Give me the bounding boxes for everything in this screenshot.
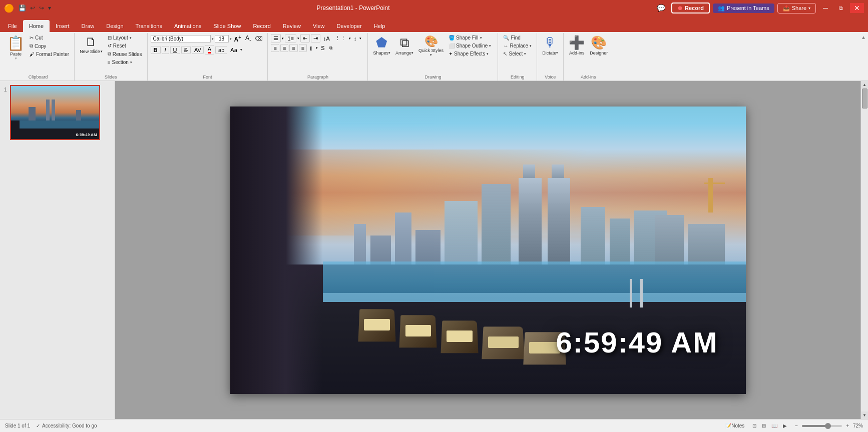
convert-dropdown-icon[interactable]: ▾ <box>349 36 351 40</box>
font-name-dropdown-icon[interactable]: ▾ <box>212 37 214 41</box>
increase-font-size-button[interactable]: A+ <box>233 34 243 44</box>
record-button[interactable]: ⏺ Record <box>671 2 710 14</box>
slide-canvas[interactable]: 6:59:49 AM <box>230 106 746 394</box>
tab-transitions[interactable]: Transitions <box>130 20 168 32</box>
cut-button[interactable]: ✂ Cut <box>28 34 71 42</box>
bullets-button[interactable]: ☰ <box>271 34 281 42</box>
reset-button[interactable]: ↺ Reset <box>106 42 144 50</box>
present-teams-button[interactable]: 👥 Present in Teams <box>713 4 774 13</box>
tab-view[interactable]: View <box>307 20 331 32</box>
copy-button[interactable]: ⧉ Copy <box>28 42 71 50</box>
columns-dropdown-icon[interactable]: ▾ <box>316 46 318 50</box>
justify-button[interactable]: ≡ <box>299 44 307 52</box>
shape-fill-button[interactable]: 🪣 Shape Fill ▾ <box>447 34 493 42</box>
paste-button[interactable]: 📋 Paste ▾ <box>5 34 27 62</box>
zoom-thumb[interactable] <box>825 423 831 429</box>
tab-home[interactable]: Home <box>23 20 50 32</box>
line-spacing-dropdown-icon[interactable]: ▾ <box>359 36 361 40</box>
font-color-button[interactable]: A <box>205 45 214 54</box>
shape-outline-button[interactable]: ⬜ Shape Outline ▾ <box>447 42 493 50</box>
tab-design[interactable]: Design <box>100 20 129 32</box>
align-right-button[interactable]: ≡ <box>289 44 297 52</box>
replace-button[interactable]: ↔ Replace ▾ <box>501 42 534 50</box>
cut-icon: ✂ <box>30 35 34 40</box>
tab-slideshow[interactable]: Slide Show <box>207 20 247 32</box>
align-center-button[interactable]: ≡ <box>280 44 288 52</box>
shapes-button[interactable]: ⬟ Shapes ▾ <box>371 34 392 56</box>
save-qat-button[interactable]: 💾 <box>17 4 28 12</box>
underline-button[interactable]: U <box>170 46 180 54</box>
zoom-out-button[interactable]: − <box>793 422 800 430</box>
reuse-slides-button[interactable]: ⧉ Reuse Slides <box>106 50 144 58</box>
section-button[interactable]: ≡ Section ▾ <box>106 58 144 66</box>
zoom-slider[interactable] <box>802 425 842 427</box>
zoom-in-button[interactable]: + <box>844 422 851 430</box>
tab-animations[interactable]: Animations <box>168 20 207 32</box>
addins-button[interactable]: ➕ Add-ins <box>567 34 587 56</box>
redo-qat-button[interactable]: ↪ <box>38 4 46 12</box>
bold-button[interactable]: B <box>151 46 161 54</box>
convert-to-smartart-button[interactable]: ⋮⋮ <box>333 34 348 42</box>
close-button[interactable]: ✕ <box>850 3 864 13</box>
slide-show-button[interactable]: ▶ <box>781 422 789 430</box>
share-button[interactable]: 📤 Share ▾ <box>777 3 816 14</box>
dictate-button[interactable]: 🎙 Dictate ▾ <box>540 34 560 56</box>
select-button[interactable]: ↖ Select ▾ <box>501 50 534 58</box>
font-name-input[interactable] <box>151 35 211 42</box>
arrange-button[interactable]: ⧉ Arrange ▾ <box>393 34 415 56</box>
clear-format-button[interactable]: ⌫ <box>253 35 264 42</box>
columns-button[interactable]: ⫿ <box>308 44 315 52</box>
layout-button[interactable]: ⊟ Layout ▾ <box>106 34 144 42</box>
increase-indent-button[interactable]: ⇥ <box>311 34 320 42</box>
shape-effects-button[interactable]: ✦ Shape Effects ▾ <box>447 50 493 58</box>
align-left-button[interactable]: ≡ <box>271 44 279 52</box>
tab-review[interactable]: Review <box>277 20 307 32</box>
scroll-up-button[interactable]: ▲ <box>861 81 869 88</box>
new-slide-button[interactable]: 🗋 New Slide ▾ <box>78 34 105 55</box>
slide-sorter-button[interactable]: ⊞ <box>760 422 768 430</box>
clipboard-group-content: 📋 Paste ▾ ✂ Cut ⧉ Copy 🖌 Format Painter <box>5 34 71 74</box>
tab-insert[interactable]: Insert <box>50 20 76 32</box>
line-spacing-button[interactable]: ↕ <box>352 35 359 42</box>
paragraph-group: ☰ ▾ 1≡ ▾ ⇤ ⇥ ↕A ⋮⋮ ▾ ↕ ▾ ≡ ≡ ≡ ≡ ⫿ ▾ S ⧉ <box>268 33 368 80</box>
decrease-indent-button[interactable]: ⇤ <box>300 34 310 42</box>
text-direction-button[interactable]: ↕A <box>321 35 332 42</box>
numbering-dropdown-icon[interactable]: ▾ <box>297 36 299 40</box>
tab-file[interactable]: File <box>2 20 23 32</box>
tab-help[interactable]: Help <box>368 20 391 32</box>
collapse-ribbon-button[interactable]: ▲ <box>861 34 866 40</box>
font-size-dropdown-icon[interactable]: ▾ <box>230 37 232 41</box>
italic-button[interactable]: I <box>162 46 169 54</box>
reading-view-button[interactable]: 📖 <box>769 422 779 430</box>
notes-button[interactable]: 📝 Notes <box>723 422 746 430</box>
paragraph-group-content: ☰ ▾ 1≡ ▾ ⇤ ⇥ ↕A ⋮⋮ ▾ ↕ ▾ ≡ ≡ ≡ ≡ ⫿ ▾ S ⧉ <box>271 34 364 74</box>
minimize-button[interactable]: ─ <box>819 3 832 13</box>
undo-qat-button[interactable]: ↩ <box>29 4 37 12</box>
quick-styles-button[interactable]: 🎨 Quick Styles ▾ <box>416 34 446 58</box>
comments-button[interactable]: 💬 <box>654 3 668 13</box>
char-spacing-button[interactable]: AV <box>192 46 204 54</box>
scrollbar-thumb[interactable] <box>862 88 867 108</box>
qat-more-button[interactable]: ▾ <box>47 4 53 12</box>
decrease-font-size-button[interactable]: A- <box>244 34 252 43</box>
normal-view-button[interactable]: ⊡ <box>750 422 758 430</box>
text-case-button[interactable]: Aa <box>228 46 239 54</box>
bullets-dropdown-icon[interactable]: ▾ <box>282 36 284 40</box>
restore-button[interactable]: ⧉ <box>835 4 847 12</box>
text-case-dropdown-icon[interactable]: ▾ <box>240 48 242 52</box>
text-shadow-button[interactable]: S <box>319 44 326 52</box>
tab-developer[interactable]: Developer <box>331 20 368 32</box>
font-size-input[interactable] <box>215 35 229 42</box>
paragraph-settings-icon[interactable]: ⧉ <box>328 45 334 52</box>
record-icon: ⏺ <box>677 5 683 11</box>
tab-record[interactable]: Record <box>247 20 276 32</box>
tab-draw[interactable]: Draw <box>76 20 101 32</box>
numbering-button[interactable]: 1≡ <box>285 34 296 42</box>
scroll-down-button[interactable]: ▼ <box>861 412 869 419</box>
format-painter-button[interactable]: 🖌 Format Painter <box>28 50 71 58</box>
designer-button[interactable]: 🎨 Designer <box>588 34 610 56</box>
text-highlight-button[interactable]: ab <box>215 46 227 54</box>
slide-1-thumbnail[interactable]: 6:59:49 AM <box>10 85 100 140</box>
strikethrough-button[interactable]: S <box>181 46 191 54</box>
find-button[interactable]: 🔍 Find <box>501 34 534 42</box>
